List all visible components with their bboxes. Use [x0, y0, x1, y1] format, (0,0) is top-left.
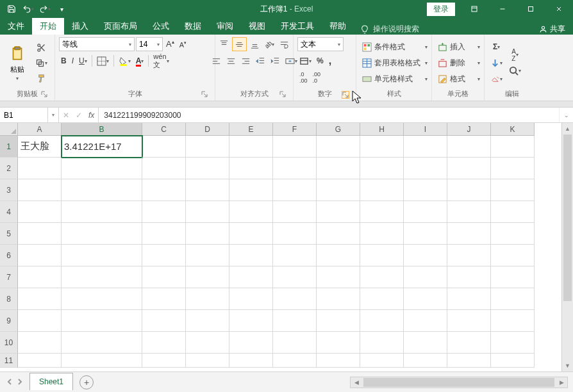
cell-K11[interactable] [491, 354, 535, 368]
cell-K5[interactable] [491, 223, 535, 245]
row-header-3[interactable]: 3 [0, 179, 18, 201]
cell-J9[interactable] [447, 310, 491, 332]
cell-K3[interactable] [491, 179, 535, 201]
cell-F7[interactable] [273, 266, 317, 288]
format-cells-button[interactable]: 格式▾ [436, 72, 482, 86]
row-header-7[interactable]: 7 [0, 266, 18, 288]
row-header-2[interactable]: 2 [0, 158, 18, 179]
underline-button[interactable]: U▾ [77, 54, 89, 68]
cell-D4[interactable] [186, 201, 229, 223]
cell-J8[interactable] [447, 288, 491, 310]
cell-D1[interactable] [186, 136, 229, 158]
cell-C4[interactable] [142, 201, 186, 223]
cell-I4[interactable] [404, 201, 447, 223]
cell-H8[interactable] [360, 288, 404, 310]
cell-F11[interactable] [273, 354, 317, 368]
align-left-button[interactable] [210, 54, 223, 68]
cell-J11[interactable] [447, 354, 491, 368]
cell-J3[interactable] [447, 179, 491, 201]
cell-C9[interactable] [142, 310, 186, 332]
cell-B9[interactable] [62, 310, 142, 332]
cell-A9[interactable] [18, 310, 62, 332]
cell-D8[interactable] [186, 288, 229, 310]
align-right-button[interactable] [239, 54, 253, 68]
undo-button[interactable]: ▾ [21, 1, 36, 17]
align-middle-button[interactable] [232, 37, 247, 51]
cell-B8[interactable] [62, 288, 142, 310]
ribbon-display-options[interactable] [460, 0, 488, 18]
cell-J7[interactable] [447, 266, 491, 288]
insert-cells-button[interactable]: 插入▾ [436, 40, 482, 54]
cell-J1[interactable] [447, 136, 491, 158]
cell-K10[interactable] [491, 332, 535, 354]
cell-J4[interactable] [447, 201, 491, 223]
cell-E4[interactable] [229, 201, 273, 223]
cell-G2[interactable] [317, 158, 360, 179]
cell-A1[interactable]: 王大脸 [18, 136, 62, 158]
increase-decimal-button[interactable]: .0.00 [297, 70, 310, 85]
save-button[interactable] [4, 1, 19, 17]
cell-G7[interactable] [317, 266, 360, 288]
cell-B6[interactable] [62, 245, 142, 266]
scroll-down-button[interactable]: ▼ [562, 360, 573, 372]
tell-me[interactable]: 操作说明搜索 [354, 24, 426, 35]
percent-format-button[interactable]: % [315, 54, 326, 68]
scroll-left-button[interactable]: ◀ [351, 379, 362, 386]
cell-E10[interactable] [229, 332, 273, 354]
fill-color-button[interactable]: ▾ [117, 54, 133, 68]
cell-E8[interactable] [229, 288, 273, 310]
cell-D2[interactable] [186, 158, 229, 179]
cell-A11[interactable] [18, 354, 62, 368]
tab-view[interactable]: 视图 [241, 18, 273, 35]
column-header-H[interactable]: H [360, 123, 404, 136]
delete-cells-button[interactable]: 删除▾ [436, 56, 482, 70]
cell-E2[interactable] [229, 158, 273, 179]
cell-G5[interactable] [317, 223, 360, 245]
decrease-decimal-button[interactable]: .00.0 [311, 70, 323, 85]
cell-H4[interactable] [360, 201, 404, 223]
cell-A7[interactable] [18, 266, 62, 288]
cell-F1[interactable] [273, 136, 317, 158]
align-bottom-button[interactable] [248, 37, 262, 51]
increase-indent-button[interactable] [269, 54, 282, 68]
cell-D3[interactable] [186, 179, 229, 201]
cell-C7[interactable] [142, 266, 186, 288]
cell-E1[interactable] [229, 136, 273, 158]
cell-G1[interactable] [317, 136, 360, 158]
sheet-tab-sheet1[interactable]: Sheet1 [29, 373, 73, 390]
format-as-table-button[interactable]: 套用表格格式▾ [360, 56, 429, 70]
paste-button[interactable]: 粘贴 ▾ [4, 44, 31, 81]
tab-page-layout[interactable]: 页面布局 [96, 18, 145, 35]
scroll-right-button[interactable]: ▶ [556, 379, 567, 386]
cell-I7[interactable] [404, 266, 447, 288]
row-header-1[interactable]: 1 [0, 136, 18, 158]
tab-formulas[interactable]: 公式 [145, 18, 177, 35]
cell-A10[interactable] [18, 332, 62, 354]
increase-font-button[interactable]: A▴ [164, 37, 176, 51]
cell-K2[interactable] [491, 158, 535, 179]
cell-D7[interactable] [186, 266, 229, 288]
cell-A2[interactable] [18, 158, 62, 179]
formula-bar[interactable]: 341221199909203000 [99, 108, 559, 122]
italic-button[interactable]: I [70, 54, 76, 68]
tab-file[interactable]: 文件 [0, 18, 32, 35]
number-launcher[interactable] [342, 91, 349, 99]
cell-C5[interactable] [142, 223, 186, 245]
cell-B5[interactable] [62, 223, 142, 245]
tab-developer[interactable]: 开发工具 [273, 18, 322, 35]
cell-H11[interactable] [360, 354, 404, 368]
column-header-I[interactable]: I [404, 123, 447, 136]
cell-E11[interactable] [229, 354, 273, 368]
column-header-J[interactable]: J [447, 123, 491, 136]
cell-G11[interactable] [317, 354, 360, 368]
align-top-button[interactable] [217, 37, 231, 51]
cell-C10[interactable] [142, 332, 186, 354]
cell-C8[interactable] [142, 288, 186, 310]
tab-help[interactable]: 帮助 [322, 18, 354, 35]
cell-B1[interactable]: 3.41221E+17 [62, 136, 142, 158]
decrease-font-button[interactable]: A▾ [178, 37, 188, 51]
cell-B11[interactable] [62, 354, 142, 368]
share-button[interactable]: 共享 [531, 24, 573, 35]
cell-J10[interactable] [447, 332, 491, 354]
cell-H6[interactable] [360, 245, 404, 266]
